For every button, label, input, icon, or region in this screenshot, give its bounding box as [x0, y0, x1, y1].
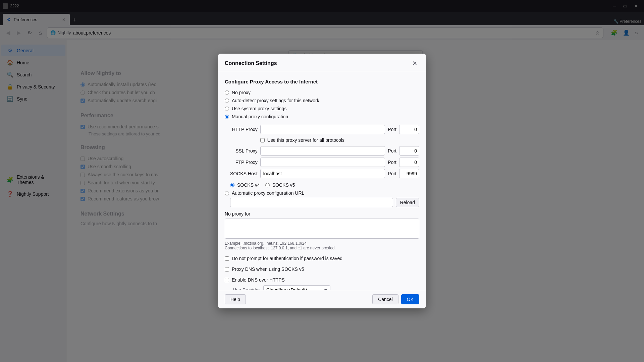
no-proxy-option[interactable]: No proxy	[225, 90, 419, 95]
socks-v4-radio[interactable]	[230, 183, 234, 187]
do-not-prompt-row[interactable]: Do not prompt for authentication if pass…	[225, 256, 419, 261]
socks-v5-label: SOCKS v5	[272, 182, 295, 188]
ftp-port-label: Port	[388, 160, 396, 165]
ok-button[interactable]: OK	[401, 294, 419, 304]
enable-dns-row[interactable]: Enable DNS over HTTPS	[225, 277, 419, 283]
dns-provider-row: Use Provider Cloudflare (Default) NextDN…	[233, 285, 419, 290]
do-not-prompt-check[interactable]	[225, 256, 229, 261]
http-proxy-input[interactable]	[260, 125, 385, 134]
enable-dns-check[interactable]	[225, 278, 229, 282]
auto-detect-radio[interactable]	[225, 99, 229, 103]
http-proxy-label: HTTP Proxy	[230, 127, 258, 132]
socks-v4-option[interactable]: SOCKS v4	[230, 182, 260, 188]
auto-proxy-option[interactable]: Automatic proxy configuration URL	[225, 190, 419, 196]
no-proxy-textarea[interactable]	[225, 219, 419, 239]
socks-host-label: SOCKS Host	[230, 171, 258, 176]
manual-proxy-label: Manual proxy configuration	[232, 114, 288, 119]
dialog-footer: Help Cancel OK	[218, 290, 426, 308]
dialog-header: Connection Settings ✕	[218, 54, 426, 72]
ssl-port-label: Port	[388, 148, 396, 154]
do-not-prompt-label: Do not prompt for authentication if pass…	[232, 256, 342, 261]
ssl-port-input[interactable]	[399, 146, 419, 156]
socks-port-input[interactable]	[399, 169, 419, 178]
connection-settings-dialog: Connection Settings ✕ Configure Proxy Ac…	[218, 54, 426, 308]
ssl-proxy-label: SSL Proxy	[230, 148, 258, 154]
no-proxy-radio[interactable]	[225, 90, 229, 95]
proxy-fields: HTTP Proxy Port Use this proxy server fo…	[230, 125, 419, 178]
use-provider-label: Use Provider	[233, 287, 260, 290]
overlay: Connection Settings ✕ Configure Proxy Ac…	[0, 0, 644, 362]
http-port-label: Port	[388, 127, 396, 132]
dialog-body: Configure Proxy Access to the Internet N…	[218, 72, 426, 290]
no-proxy-label: No proxy	[232, 90, 251, 95]
ftp-proxy-input[interactable]	[260, 158, 385, 167]
auto-detect-label: Auto-detect proxy settings for this netw…	[232, 98, 319, 103]
system-proxy-option[interactable]: Use system proxy settings	[225, 106, 419, 111]
dialog-title: Connection Settings	[225, 60, 277, 66]
ftp-port-input[interactable]	[399, 158, 419, 167]
proxy-options-group: No proxy Auto-detect proxy settings for …	[225, 90, 419, 119]
use-all-protocols-check[interactable]	[260, 138, 265, 142]
reload-button[interactable]: Reload	[396, 198, 419, 207]
socks-host-input[interactable]	[260, 169, 385, 178]
ftp-proxy-label: FTP Proxy	[230, 160, 258, 165]
socks-v5-radio[interactable]	[265, 183, 270, 187]
socks-v5-option[interactable]: SOCKS v5	[265, 182, 295, 188]
system-proxy-radio[interactable]	[225, 107, 229, 111]
note-text: Connections to localhost, 127.0.0.1, and…	[225, 246, 419, 250]
dialog-close-button[interactable]: ✕	[410, 59, 419, 68]
manual-proxy-option[interactable]: Manual proxy configuration	[225, 114, 419, 119]
help-button[interactable]: Help	[225, 294, 246, 304]
dialog-heading: Configure Proxy Access to the Internet	[225, 79, 419, 84]
socks-version-row: SOCKS v4 SOCKS v5	[230, 182, 419, 188]
cancel-button[interactable]: Cancel	[372, 294, 398, 304]
http-port-input[interactable]	[399, 125, 419, 134]
enable-dns-label: Enable DNS over HTTPS	[232, 277, 285, 283]
auto-proxy-url-label: Automatic proxy configuration URL	[232, 190, 304, 196]
use-all-protocols-label: Use this proxy server for all protocols	[267, 137, 344, 143]
socks-v4-label: SOCKS v4	[237, 182, 260, 188]
ssl-proxy-input[interactable]	[260, 146, 385, 156]
proxy-dns-check[interactable]	[225, 267, 229, 272]
no-proxy-for-label: No proxy for	[225, 211, 419, 217]
use-all-protocols-row[interactable]: Use this proxy server for all protocols	[260, 137, 419, 143]
proxy-dns-row[interactable]: Proxy DNS when using SOCKS v5	[225, 266, 419, 272]
dns-provider-select[interactable]: Cloudflare (Default) NextDNS Custom	[263, 285, 330, 290]
socks-port-label: Port	[388, 171, 396, 176]
example-text: Example: .mozilla.org, .net.nz, 192.168.…	[225, 241, 419, 246]
proxy-dns-label: Proxy DNS when using SOCKS v5	[232, 266, 304, 272]
auto-proxy-radio[interactable]	[225, 191, 229, 195]
checkbox-section: Do not prompt for authentication if pass…	[225, 254, 419, 284]
auto-detect-option[interactable]: Auto-detect proxy settings for this netw…	[225, 98, 419, 103]
manual-proxy-radio[interactable]	[225, 115, 229, 119]
auto-proxy-url-input[interactable]	[230, 198, 393, 207]
system-proxy-label: Use system proxy settings	[232, 106, 286, 111]
